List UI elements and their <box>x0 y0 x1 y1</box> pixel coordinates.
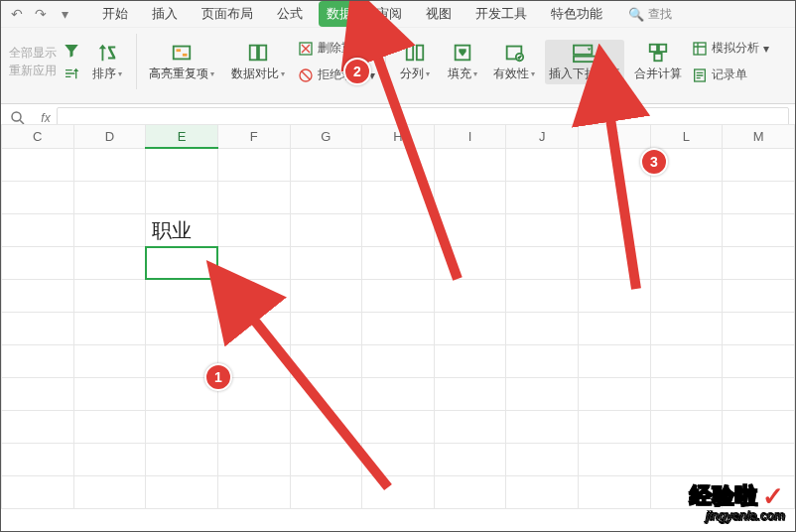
find-button[interactable]: 🔍 查找 <box>628 6 672 23</box>
col-header[interactable]: I <box>434 125 506 149</box>
data-compare-button[interactable]: 数据对比▾ <box>224 40 292 84</box>
chevron-down-icon: ▾ <box>426 69 430 78</box>
svg-rect-7 <box>407 45 413 60</box>
watermark: 经验啦✓ jingyanla.com <box>690 481 785 523</box>
tab-insert[interactable]: 插入 <box>144 1 186 27</box>
svg-rect-3 <box>250 45 257 60</box>
annotation-badge-3: 3 <box>640 148 668 176</box>
svg-rect-17 <box>694 43 706 55</box>
insert-dropdown-icon <box>572 42 597 64</box>
consolidate-label: 合并计算 <box>634 66 682 82</box>
watermark-text: 经验啦 <box>690 483 758 508</box>
annotation-badge-2: 2 <box>343 58 371 85</box>
sim-analysis-icon <box>692 41 708 57</box>
validity-icon <box>503 42 525 64</box>
text-to-columns-icon <box>404 42 426 64</box>
sort-za-icon[interactable] <box>63 66 80 81</box>
redo-icon[interactable]: ↷ <box>31 4 51 24</box>
sort-az-icon <box>96 42 118 64</box>
fill-label: 填充 <box>448 66 471 82</box>
find-label: 查找 <box>648 6 672 23</box>
svg-rect-0 <box>174 46 191 59</box>
text-to-columns-label: 分列 <box>400 66 424 82</box>
tab-view[interactable]: 视图 <box>418 1 460 27</box>
record-form-icon <box>692 67 708 83</box>
col-header[interactable]: M <box>723 125 795 149</box>
highlight-dup-label: 高亮重复项 <box>149 66 208 82</box>
col-header[interactable]: G <box>290 125 362 149</box>
tab-start[interactable]: 开始 <box>94 1 136 27</box>
insert-dropdown-button[interactable]: 插入下拉列表 <box>545 40 624 84</box>
col-header[interactable]: K <box>579 125 651 149</box>
consolidate-button[interactable]: 合并计算 <box>630 40 686 84</box>
tab-feature[interactable]: 特色功能 <box>543 1 610 27</box>
svg-rect-8 <box>417 45 423 60</box>
left-text-block: 全部显示 重新应用 <box>9 45 57 78</box>
col-header[interactable]: H <box>362 125 435 149</box>
chevron-down-icon: ▾ <box>531 69 535 78</box>
insert-dropdown-label: 插入下拉列表 <box>549 66 620 82</box>
selected-cell[interactable] <box>146 247 218 280</box>
undo-icon[interactable]: ↶ <box>7 4 27 24</box>
consolidate-icon <box>647 42 669 64</box>
data-compare-icon <box>246 42 270 64</box>
svg-rect-1 <box>177 49 182 52</box>
highlight-dup-icon <box>170 42 194 64</box>
text-to-columns-button[interactable]: 分列▾ <box>394 40 436 84</box>
delete-dup-icon <box>298 41 314 57</box>
tab-data[interactable]: 数据 <box>319 1 360 27</box>
sort-button[interactable]: 排序▾ <box>86 40 128 84</box>
chevron-down-icon: ▾ <box>763 42 769 56</box>
data-compare-label: 数据对比 <box>231 66 279 82</box>
delete-dup-label: 删除重复项 <box>318 40 377 57</box>
svg-rect-16 <box>654 53 661 60</box>
record-form-label: 记录单 <box>712 66 747 83</box>
annotation-badge-1: 1 <box>204 363 232 391</box>
fx-label[interactable]: fx <box>35 111 57 125</box>
col-header[interactable]: J <box>506 125 579 149</box>
fill-icon <box>452 42 473 64</box>
chevron-down-icon: ▾ <box>118 69 122 78</box>
ribbon-data: 全部显示 重新应用 排序▾ 高亮重复项▾ <box>1 28 795 104</box>
col-header[interactable]: L <box>650 125 723 149</box>
cell-text: 职业 <box>152 219 192 241</box>
show-all-label[interactable]: 全部显示 <box>9 45 57 61</box>
svg-rect-13 <box>574 56 596 61</box>
tab-dev[interactable]: 开发工具 <box>467 1 535 27</box>
sim-analysis-label: 模拟分析 <box>712 40 759 57</box>
record-form-button[interactable]: 记录单 <box>692 66 769 83</box>
svg-rect-15 <box>659 44 666 51</box>
quick-dd-icon[interactable]: ▾ <box>55 4 74 24</box>
col-header[interactable]: D <box>73 125 146 149</box>
tab-page-layout[interactable]: 页面布局 <box>194 1 261 27</box>
chevron-down-icon: ▾ <box>210 69 214 78</box>
ribbon-tabs: 开始 插入 页面布局 公式 数据 审阅 视图 开发工具 特色功能 <box>94 1 610 27</box>
tab-formula[interactable]: 公式 <box>269 1 311 27</box>
validity-button[interactable]: 有效性▾ <box>489 40 539 84</box>
svg-rect-4 <box>259 45 266 60</box>
delete-dup-button[interactable]: 删除重复项 <box>298 40 377 57</box>
col-header[interactable]: F <box>217 125 290 149</box>
reject-icon <box>298 67 314 83</box>
svg-rect-2 <box>183 53 188 56</box>
search-icon: 🔍 <box>628 7 644 22</box>
sim-analysis-button[interactable]: 模拟分析 ▾ <box>692 40 769 57</box>
chevron-down-icon: ▾ <box>473 69 477 78</box>
tab-review[interactable]: 审阅 <box>368 1 410 27</box>
check-icon: ✓ <box>762 481 785 511</box>
col-header[interactable]: C <box>2 125 74 149</box>
svg-point-19 <box>12 112 21 121</box>
spreadsheet-grid[interactable]: C D E F G H I J K L M 职业 <box>1 124 795 531</box>
sort-label: 排序 <box>92 66 116 82</box>
filter-icon[interactable] <box>63 42 80 60</box>
reapply-label[interactable]: 重新应用 <box>9 63 57 78</box>
cell-E-row3[interactable]: 职业 <box>146 214 218 247</box>
highlight-dup-button[interactable]: 高亮重复项▾ <box>145 40 218 84</box>
svg-rect-14 <box>650 44 657 51</box>
chevron-down-icon: ▾ <box>281 69 285 78</box>
col-header-selected[interactable]: E <box>146 125 218 149</box>
column-header-row: C D E F G H I J K L M <box>2 125 795 149</box>
fill-button[interactable]: 填充▾ <box>442 40 483 84</box>
validity-label: 有效性 <box>493 66 529 82</box>
quick-access-bar: ↶ ↷ ▾ 开始 插入 页面布局 公式 数据 审阅 视图 开发工具 特色功能 🔍… <box>1 1 795 28</box>
